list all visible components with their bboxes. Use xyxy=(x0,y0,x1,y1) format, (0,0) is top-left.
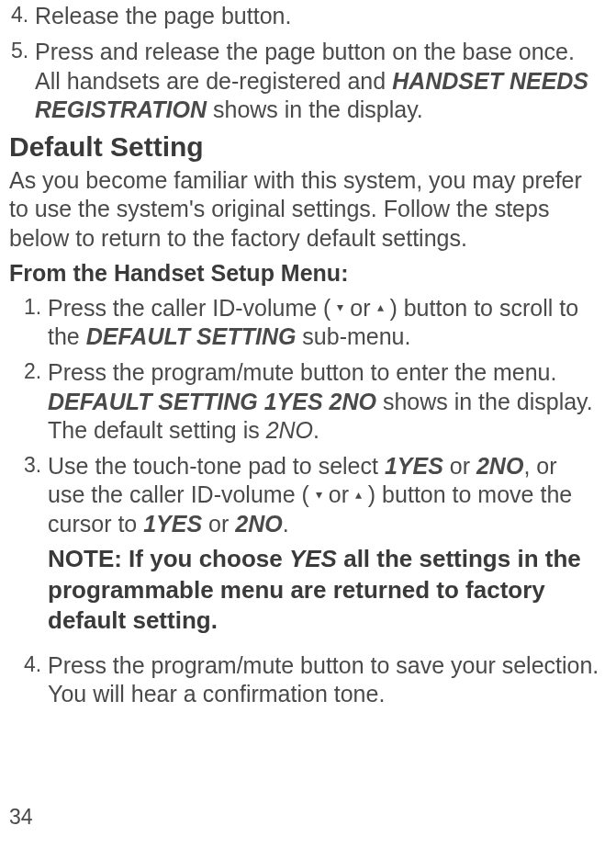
up-arrow-icon: ▴ xyxy=(355,487,362,503)
text-fragment: Press the program/mute button to enter t… xyxy=(48,359,556,385)
page-number: 34 xyxy=(9,805,33,830)
list-number: 5. xyxy=(9,38,35,124)
list-text: Release the page button. xyxy=(35,2,599,30)
list-text: Press the program/mute button to save yo… xyxy=(48,651,599,709)
list-item-ds4: 4. Press the program/mute button to save… xyxy=(22,651,599,709)
list-number: 2. xyxy=(22,358,48,445)
list-item-ds3: 3. Use the touch-tone pad to select 1YES… xyxy=(22,452,599,644)
list-number: 1. xyxy=(22,294,48,352)
list-item-5: 5. Press and release the page button on … xyxy=(9,38,599,124)
note-text: NOTE: If you choose xyxy=(48,545,289,572)
list-item-ds2: 2. Press the program/mute button to ente… xyxy=(22,358,599,445)
ui-term: 1YES xyxy=(143,511,202,537)
text-fragment: or xyxy=(322,481,355,507)
list-item-ds1: 1. Press the caller ID-volume ( ▾ or ▴ )… xyxy=(22,294,599,352)
note-block: NOTE: If you choose YES all the settings… xyxy=(48,544,599,637)
text-fragment: or xyxy=(443,453,476,479)
list-item-4: 4. Release the page button. xyxy=(9,2,599,30)
down-arrow-icon: ▾ xyxy=(316,487,322,503)
text-fragment: or xyxy=(202,511,235,537)
down-arrow-icon: ▾ xyxy=(337,300,343,316)
list-text: Press the caller ID-volume ( ▾ or ▴ ) bu… xyxy=(48,294,599,352)
page-content: 4. Release the page button. 5. Press and… xyxy=(9,0,599,709)
text-fragment: . xyxy=(283,511,289,537)
text-fragment: or xyxy=(343,295,376,321)
list-number: 4. xyxy=(22,651,48,709)
up-arrow-icon: ▴ xyxy=(377,300,384,316)
ui-term: 1YES xyxy=(385,453,443,479)
ui-term-italic: 2NO xyxy=(266,417,313,443)
list-text: Use the touch-tone pad to select 1YES or… xyxy=(48,452,599,644)
list-number: 3. xyxy=(22,452,48,644)
ui-term: 2NO xyxy=(235,511,282,537)
ui-term: DEFAULT SETTING xyxy=(86,323,297,349)
sub-heading-handset-menu: From the Handset Setup Menu: xyxy=(9,260,599,287)
ui-term: 2NO xyxy=(476,453,523,479)
text-fragment: sub-menu. xyxy=(296,323,410,349)
text-fragment: Press the caller ID-volume ( xyxy=(48,295,337,321)
note-yes: YES xyxy=(289,545,337,572)
paragraph: As you become familiar with this system,… xyxy=(9,166,599,253)
list-text: Press and release the page button on the… xyxy=(35,38,599,124)
ordered-list: 1. Press the caller ID-volume ( ▾ or ▴ )… xyxy=(9,294,599,709)
text-fragment: . xyxy=(313,417,319,443)
text-fragment: Use the touch-tone pad to select xyxy=(48,453,385,479)
text-fragment: shows in the display. xyxy=(207,96,423,122)
list-text: Press the program/mute button to enter t… xyxy=(48,358,599,445)
list-number: 4. xyxy=(9,2,35,30)
section-heading-default-setting: Default Setting xyxy=(9,131,599,163)
ui-term: DEFAULT SETTING 1YES 2NO xyxy=(48,389,376,414)
